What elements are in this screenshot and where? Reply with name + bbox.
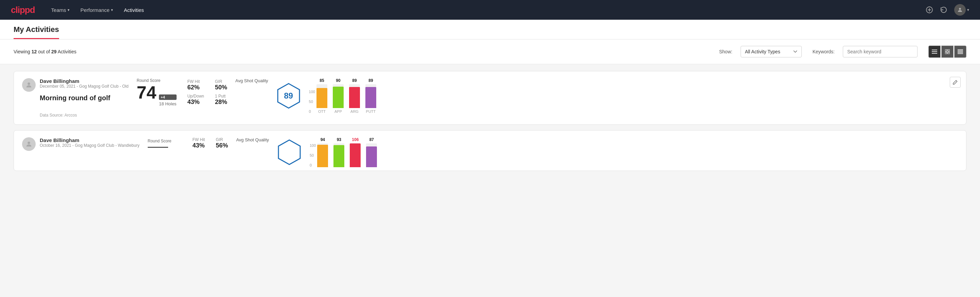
fw-hit-value-2: 43% bbox=[192, 142, 205, 149]
gir-label-2: GIR bbox=[216, 137, 228, 142]
bar-ott-track bbox=[317, 84, 327, 108]
card-user-section: Dave Billingham December 05, 2021 - Gog … bbox=[22, 78, 128, 118]
view-toggle bbox=[928, 46, 966, 58]
chevron-down-icon: ▾ bbox=[111, 8, 113, 12]
grid-view-button[interactable] bbox=[941, 46, 953, 58]
updown-label: Up/Down bbox=[188, 94, 204, 99]
fw-hit-value: 62% bbox=[188, 84, 204, 91]
page-header: My Activities bbox=[0, 20, 980, 40]
activity-list: Dave Billingham December 05, 2021 - Gog … bbox=[0, 64, 980, 183]
chevron-down-icon: ▾ bbox=[68, 8, 70, 12]
bar-ott: 85 OTT bbox=[317, 78, 327, 113]
bar2-putt: 87 bbox=[366, 137, 377, 167]
fw-hit-label-2: FW Hit bbox=[192, 137, 205, 142]
svg-rect-8 bbox=[948, 49, 950, 51]
nav-teams[interactable]: Teams ▾ bbox=[51, 1, 70, 19]
bar2-ott-value: 94 bbox=[321, 137, 325, 142]
user-date-club-2: October 16, 2021 - Gog Magog Golf Club -… bbox=[40, 143, 140, 148]
fw-hit-group-2: FW Hit 43% bbox=[192, 137, 205, 149]
user-name: Dave Billingham bbox=[40, 78, 128, 84]
bar-app-fill bbox=[333, 87, 344, 108]
nav-icons: ▾ bbox=[926, 4, 969, 16]
activity-card-2: Dave Billingham October 16, 2021 - Gog M… bbox=[14, 130, 966, 171]
avatar-2 bbox=[22, 137, 36, 151]
bar-chart-wrapper-2: 100 50 0 94 93 bbox=[310, 137, 377, 167]
user-info-2: Dave Billingham October 16, 2021 - Gog M… bbox=[40, 137, 140, 150]
y-axis-2: 100 50 0 bbox=[310, 144, 316, 167]
compact-view-button[interactable] bbox=[954, 46, 966, 58]
bar-chart-wrapper: 100 50 0 85 OTT bbox=[309, 78, 376, 113]
y-axis: 100 50 0 bbox=[309, 90, 315, 113]
svg-point-16 bbox=[27, 83, 30, 85]
fw-hit-item: FW Hit 62% bbox=[188, 79, 204, 91]
holes-label: 18 Holes bbox=[159, 101, 176, 106]
score-row: 74 +4 18 Holes bbox=[137, 84, 176, 106]
bar2-arg-fill bbox=[350, 144, 361, 167]
activity-type-select[interactable]: All Activity Types bbox=[741, 46, 802, 57]
nav-performance[interactable]: Performance ▾ bbox=[81, 1, 113, 19]
avg-shot-label-2: Avg Shot Quality bbox=[236, 137, 269, 142]
svg-point-18 bbox=[27, 142, 30, 144]
avg-shot-label: Avg Shot Quality bbox=[235, 78, 268, 83]
bar2-putt-value: 87 bbox=[369, 137, 374, 142]
bar-arg: 89 ARG bbox=[349, 78, 360, 113]
bar2-ott: 94 bbox=[317, 137, 328, 167]
bar2-ott-track bbox=[317, 144, 328, 167]
bar-putt: 89 PUTT bbox=[365, 78, 376, 113]
one-putt-label: 1 Putt bbox=[215, 94, 227, 99]
user-info: Dave Billingham December 05, 2021 - Gog … bbox=[40, 78, 128, 118]
fw-hit-label: FW Hit bbox=[188, 79, 204, 84]
bar-ott-fill bbox=[317, 88, 327, 109]
gir-group: GIR 50% 1 Putt 28% bbox=[215, 79, 227, 106]
gir-item-2: GIR 56% bbox=[216, 137, 228, 149]
bar-app: 90 APP bbox=[333, 78, 344, 113]
bar2-arg-track bbox=[350, 144, 361, 167]
bar2-arg-value: 106 bbox=[352, 137, 359, 142]
updown-value: 43% bbox=[188, 99, 204, 106]
bar-app-label: APP bbox=[334, 109, 342, 113]
round-score-value: 74 bbox=[137, 84, 156, 101]
bar-putt-track bbox=[365, 84, 376, 108]
round-score-group: Round Score 74 +4 18 Holes bbox=[137, 78, 176, 106]
show-label: Show: bbox=[719, 49, 732, 54]
keywords-label: Keywords: bbox=[813, 49, 835, 54]
quality-section: Avg Shot Quality 89 100 50 0 bbox=[235, 78, 958, 113]
gir-value: 50% bbox=[215, 84, 227, 91]
svg-rect-7 bbox=[945, 49, 947, 51]
keyword-search-input[interactable] bbox=[843, 46, 918, 57]
svg-rect-10 bbox=[948, 52, 950, 54]
bar-chart-2: 100 50 0 94 93 bbox=[310, 137, 377, 167]
bar-app-value: 90 bbox=[336, 78, 340, 83]
one-putt-item: 1 Putt 28% bbox=[215, 94, 227, 106]
bars-2: 94 93 106 bbox=[317, 137, 377, 167]
quality-section-2: Avg Shot Quality 100 50 0 bbox=[236, 137, 958, 167]
avatar bbox=[954, 4, 966, 16]
bar-app-track bbox=[333, 84, 344, 108]
card-stats: Round Score 74 +4 18 Holes FW Hit 62% Up… bbox=[137, 78, 227, 106]
bar-ott-label: OTT bbox=[318, 109, 326, 113]
user-menu[interactable]: ▾ bbox=[954, 4, 969, 16]
card-stats-2: Round Score FW Hit 43% GIR 56% bbox=[148, 137, 228, 149]
hexagon-chart: 89 bbox=[275, 82, 302, 109]
round-score-label-2: Round Score bbox=[148, 139, 182, 144]
updown-item: Up/Down 43% bbox=[188, 94, 204, 106]
list-view-button[interactable] bbox=[928, 46, 940, 58]
hexagon-chart-2 bbox=[276, 139, 303, 166]
viewing-count: Viewing 12 out of 29 Activities bbox=[14, 49, 76, 54]
bar-arg-fill bbox=[349, 87, 360, 108]
card-user-section-2: Dave Billingham October 16, 2021 - Gog M… bbox=[22, 137, 140, 151]
edit-button[interactable] bbox=[950, 77, 961, 88]
fw-hit-item-2: FW Hit 43% bbox=[192, 137, 205, 149]
add-button[interactable] bbox=[926, 6, 933, 14]
nav-activities[interactable]: Activities bbox=[124, 1, 144, 19]
bar2-putt-track bbox=[366, 144, 377, 167]
hexagon: 89 bbox=[275, 82, 302, 109]
refresh-button[interactable] bbox=[940, 6, 947, 14]
activity-card: Dave Billingham December 05, 2021 - Gog … bbox=[14, 71, 966, 125]
bar-arg-track bbox=[349, 84, 360, 108]
user-date-club: December 05, 2021 - Gog Magog Golf Club … bbox=[40, 84, 128, 89]
logo[interactable]: clippd bbox=[11, 5, 35, 15]
score-badge: +4 bbox=[159, 94, 176, 100]
bars: 85 OTT 90 APP bbox=[317, 78, 376, 113]
round-score-group-2: Round Score bbox=[148, 139, 182, 148]
